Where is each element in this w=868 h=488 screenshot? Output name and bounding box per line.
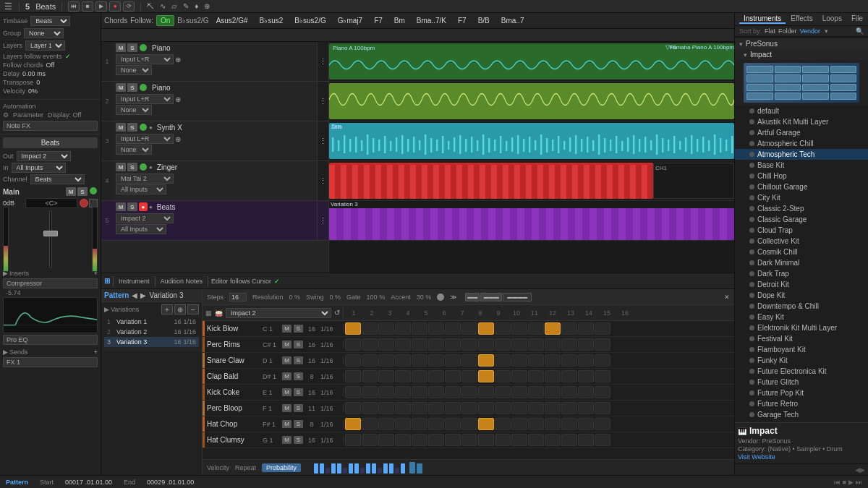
beat-cell-7-12[interactable] [545, 434, 561, 446]
rp-item-14[interactable]: Dark Minimal [735, 257, 868, 268]
visit-website-link[interactable]: Visit Website [738, 453, 865, 461]
step-mode-3[interactable]: ▬▬▬▬ [503, 293, 532, 301]
var-del-btn[interactable]: − [187, 304, 199, 314]
var-add-btn[interactable]: + [161, 304, 173, 314]
chord-5[interactable]: Bm [390, 17, 409, 25]
beat-cell-0-8[interactable] [478, 322, 494, 335]
pad-13[interactable] [746, 93, 773, 100]
beat-s-btn-2[interactable]: S [294, 356, 303, 364]
chord-1[interactable]: B♭sus2 [255, 17, 288, 25]
variation-1-row[interactable]: 1 Variation 1 16 1/16 [104, 317, 199, 327]
rp-item-12[interactable]: Collective Kit [735, 236, 868, 247]
toolbar-icon6[interactable]: ⊕ [204, 2, 210, 10]
beat-cell-4-2[interactable] [378, 386, 394, 398]
rp-item-0[interactable]: default [735, 106, 868, 116]
beat-cell-3-1[interactable] [362, 370, 378, 382]
beat-cell-7-3[interactable] [395, 434, 411, 446]
beat-cell-5-5[interactable] [428, 402, 444, 414]
bt-rewind[interactable]: ⏮ [834, 479, 841, 486]
beat-cell-1-6[interactable] [445, 338, 461, 351]
beat-cell-4-7[interactable] [461, 386, 477, 398]
layers-select[interactable]: Layer 1 [25, 40, 65, 51]
rewind-btn[interactable]: ⏮ [68, 1, 80, 12]
stop-btn[interactable]: ■ [82, 1, 93, 12]
beat-cell-0-9[interactable] [495, 322, 511, 335]
t5-s-btn[interactable]: S [127, 202, 137, 211]
beat-cell-5-0[interactable] [345, 402, 361, 414]
t2-s-btn[interactable]: S [127, 83, 137, 92]
rec-btn[interactable] [80, 199, 88, 207]
beat-cell-6-10[interactable] [511, 418, 527, 430]
beat-cell-3-7[interactable] [461, 370, 477, 382]
beat-cell-2-4[interactable] [412, 354, 427, 367]
record-btn[interactable]: ● [109, 1, 121, 12]
rp-item-4[interactable]: Atmospheric Tech [735, 149, 868, 160]
rp-impact-row[interactable]: ▾ Impact [735, 49, 868, 60]
rp-item-16[interactable]: Detroit Kit [735, 279, 868, 290]
close-pattern-btn[interactable]: ✕ [724, 294, 730, 301]
beat-cell-1-15[interactable] [595, 338, 610, 351]
beat-cell-7-0[interactable] [345, 434, 361, 446]
beat-cell-2-0[interactable] [345, 354, 361, 367]
rp-item-13[interactable]: Cosmik Chill [735, 247, 868, 257]
probability-tab[interactable]: Probability [262, 463, 301, 472]
beat-cell-2-13[interactable] [561, 354, 577, 367]
rp-item-9[interactable]: Classic 2-Step [735, 203, 868, 214]
beat-cell-1-3[interactable] [395, 338, 411, 351]
timesig-select[interactable]: Beats [30, 16, 70, 26]
app-icon[interactable]: ☰ [3, 1, 13, 12]
beat-cell-7-2[interactable] [378, 434, 394, 446]
bt-fwd[interactable]: ⏭ [856, 479, 862, 486]
sort-folder[interactable]: Folder [778, 27, 797, 35]
beat-cell-1-12[interactable] [545, 338, 561, 351]
beat-m-btn-0[interactable]: M [282, 325, 292, 333]
beat-cell-3-11[interactable] [528, 370, 544, 382]
beat-cell-0-15[interactable] [595, 322, 610, 335]
beat-s-btn-4[interactable]: S [294, 388, 303, 396]
pro-eq-insert[interactable]: Pro EQ [3, 335, 98, 345]
beat-cell-0-7[interactable] [461, 322, 477, 335]
pad-4[interactable] [830, 66, 857, 73]
beat-cell-3-5[interactable] [428, 370, 444, 382]
pad-8[interactable] [830, 74, 857, 82]
beat-cell-5-10[interactable] [511, 402, 527, 414]
beat-cell-1-4[interactable] [412, 338, 427, 351]
t5-m-btn[interactable]: M [116, 202, 126, 211]
t4-s-btn[interactable]: S [127, 163, 137, 171]
velocity-tab[interactable]: Velocity [207, 464, 229, 471]
chord-0[interactable]: Asus2/G# [212, 17, 252, 25]
beat-cell-4-6[interactable] [445, 386, 461, 398]
beat-cell-4-11[interactable] [528, 386, 544, 398]
beat-cell-1-11[interactable] [528, 338, 544, 351]
beat-cell-6-4[interactable] [412, 418, 427, 430]
beat-cell-4-14[interactable] [578, 386, 594, 398]
tab-file[interactable]: File [847, 14, 867, 24]
sort-vendor[interactable]: Vendor [800, 27, 821, 35]
track-5-allinput[interactable]: All Inputs [116, 224, 166, 234]
beat-cell-2-14[interactable] [578, 354, 594, 367]
track-3-input[interactable]: Input L+R [116, 134, 174, 144]
beat-cell-6-0[interactable] [345, 418, 361, 430]
sort-dropdown[interactable]: ▾ [825, 27, 828, 35]
pad-3[interactable] [802, 66, 829, 73]
beat-m-btn-1[interactable]: M [282, 341, 292, 348]
scroll-right-icon[interactable]: ▶ [860, 466, 865, 474]
bt-stop[interactable]: ■ [843, 479, 846, 486]
beat-cell-4-3[interactable] [395, 386, 411, 398]
beat-cell-6-6[interactable] [445, 418, 461, 430]
track-2-none-sel[interactable]: None [116, 105, 152, 115]
follow-btn[interactable]: On [156, 15, 174, 26]
rp-item-27[interactable]: Future Retro [735, 398, 868, 409]
beat-cell-0-12[interactable] [545, 322, 561, 335]
track-2-resize[interactable]: ⋮ [317, 82, 328, 121]
beat-cell-5-6[interactable] [445, 402, 461, 414]
track-1-clip[interactable]: Piano A 100bpm ▽F6 Yamaha Piano A 100bpm [329, 43, 734, 80]
beat-cell-7-10[interactable] [511, 434, 527, 446]
beat-cell-1-9[interactable] [495, 338, 511, 351]
beat-cell-6-13[interactable] [561, 418, 577, 430]
rp-item-18[interactable]: Downtempo & Chill [735, 301, 868, 312]
out-select[interactable]: Impact 2 [17, 151, 71, 161]
t5-circle-btn[interactable]: ● [149, 204, 153, 210]
t3-s-btn[interactable]: S [127, 123, 137, 132]
beat-cell-3-13[interactable] [561, 370, 577, 382]
